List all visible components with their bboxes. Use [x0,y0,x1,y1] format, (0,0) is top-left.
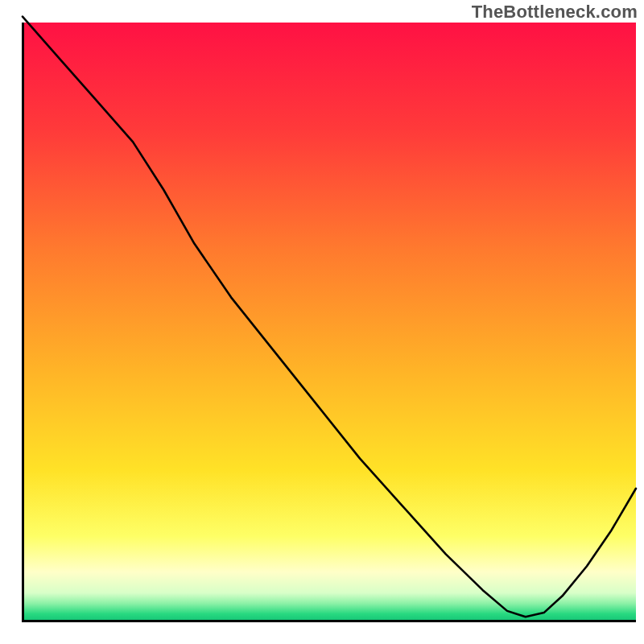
chart-container: TheBottleneck.com [0,0,644,644]
plot-area [23,23,636,620]
watermark-text: TheBottleneck.com [472,2,638,23]
y-axis [22,23,24,622]
x-axis [23,620,636,622]
bottleneck-curve [23,23,636,620]
